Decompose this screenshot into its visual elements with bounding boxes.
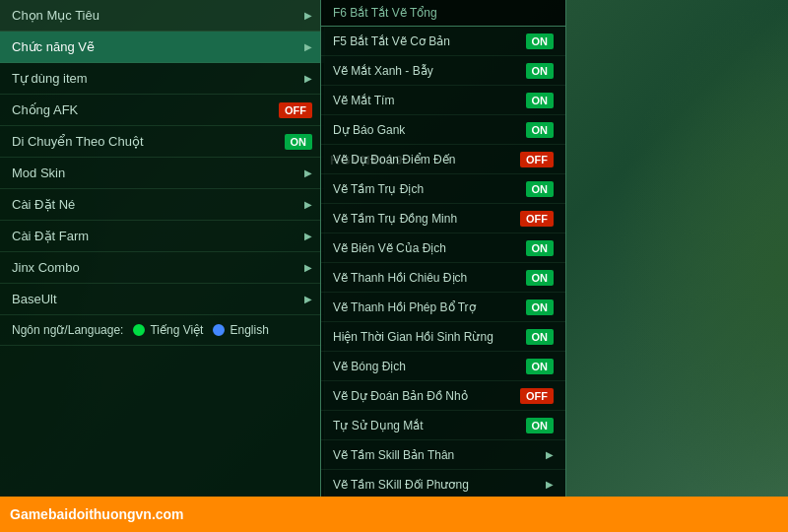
lang-viet-dot [133, 324, 145, 336]
menu-item-label: Chức năng Vẽ [12, 39, 95, 54]
right-item-label: Tự Sử Dụng Mắt [333, 419, 424, 432]
sidebar-item-mod-skin[interactable]: Mod Skin ▶ [0, 158, 324, 189]
on-badge: ON [526, 270, 555, 286]
arrow-icon: ▶ [304, 231, 312, 241]
on-badge: ON [285, 134, 313, 150]
on-badge: ON [526, 359, 555, 374]
right-item-label: Vẽ Thanh Hồi Chiêu Địch [333, 271, 467, 285]
on-badge: ON [526, 240, 555, 256]
menu-item-label: Cài Đặt Farm [12, 229, 89, 243]
on-badge: ON [526, 329, 555, 345]
right-item-label: Vẽ Bóng Địch [333, 360, 406, 373]
right-item-thanh-hoi-chieu-dich[interactable]: Vẽ Thanh Hồi Chiêu Địch ON [321, 263, 565, 293]
lang-viet-label: Tiếng Việt [150, 323, 203, 337]
right-item-tam-tru-dong-minh[interactable]: Vẽ Tầm Trụ Đồng Minh OFF [321, 204, 565, 233]
off-badge: OFF [520, 211, 554, 227]
right-item-bien-ve-cua-dich[interactable]: Vẽ Biên Vẽ Của Địch ON [321, 233, 565, 263]
right-item-tam-skill-doi-phuong[interactable]: Vẽ Tầm SKill Đối Phương ▶ [321, 470, 565, 499]
lang-viet-option[interactable]: Tiếng Việt [133, 323, 203, 337]
sidebar-item-tu-dung-item[interactable]: Tự dùng item ▶ [0, 63, 324, 95]
lang-english-dot [213, 324, 225, 336]
right-menu-top-label: F6 Bắt Tắt Vẽ Tổng [321, 0, 565, 27]
lang-english-label: English [230, 323, 268, 337]
right-item-ban-do-nho[interactable]: Vẽ Dự Đoán Bản Đồ Nhỏ OFF [321, 381, 565, 411]
right-item-du-bao-gank[interactable]: Dự Báo Gank ON [321, 115, 565, 145]
off-badge: OFF [520, 152, 554, 167]
off-badge: OFF [279, 102, 312, 118]
bottom-banner: Gamebaidoithuongvn.com [0, 497, 788, 532]
on-badge: ON [526, 122, 555, 138]
plant-decoration-right [611, 0, 788, 532]
banner-text: Gamebaidoithuongvn.com [10, 506, 184, 522]
menu-item-label: Chống AFK [12, 102, 78, 117]
arrow-icon: ▶ [304, 199, 312, 210]
top-label-text: F6 Bắt Tắt Vẽ Tổng [333, 6, 437, 20]
right-submenu: F6 Bắt Tắt Vẽ Tổng F5 Bắt Tắt Vẽ Cơ Bản … [320, 0, 566, 532]
right-item-hoi-sinh-rung[interactable]: Hiện Thời Gian Hồi Sinh Rừng ON [321, 322, 565, 352]
menu-item-label: Cài Đặt Né [12, 197, 75, 212]
sidebar-item-chong-afk[interactable]: Chống AFK OFF [0, 95, 324, 126]
sidebar-item-jinx-combo[interactable]: Jinx Combo ▶ [0, 252, 324, 284]
right-item-tu-su-dung-mat[interactable]: Tự Sử Dụng Mắt ON [321, 411, 565, 440]
right-item-label: Dự Báo Gank [333, 123, 405, 137]
on-badge: ON [526, 418, 555, 433]
right-item-tam-skill-ban-than[interactable]: Vẽ Tầm Skill Bản Thân ▶ [321, 440, 565, 470]
arrow-icon: ▶ [304, 73, 312, 84]
right-item-label: Vẽ Thanh Hồi Phép Bổ Trợ [333, 300, 476, 314]
sidebar-item-cai-dat-ne[interactable]: Cài Đặt Né ▶ [0, 189, 324, 221]
right-item-ve-mat-xanh[interactable]: Vẽ Mắt Xanh - Bẫy ON [321, 56, 565, 86]
right-item-label: Hiện Thời Gian Hồi Sinh Rừng [333, 330, 493, 344]
left-menu: Chọn Mục Tiêu ▶ Chức năng Vẽ ▶ Tự dùng i… [0, 0, 325, 532]
right-item-tam-tru-dich[interactable]: Vẽ Tầm Trụ Địch ON [321, 174, 565, 204]
right-item-label: Vẽ Tầm Trụ Địch [333, 182, 424, 196]
lang-english-option[interactable]: English [213, 323, 268, 337]
right-item-ve-mat-tim[interactable]: Vẽ Mắt Tím ON [321, 86, 565, 115]
right-item-label: Vẽ Tầm SKill Đối Phương [333, 478, 469, 492]
arrow-icon: ▶ [546, 479, 554, 490]
on-badge: ON [526, 63, 555, 79]
language-selector: Ngôn ngữ/Language: Tiếng Việt English [0, 315, 324, 346]
right-item-label: Vẽ Mắt Tím [333, 94, 394, 107]
menu-item-label: Jinx Combo [12, 260, 80, 275]
right-item-label: Vẽ Dự Đoán Bản Đồ Nhỏ [333, 389, 468, 403]
menu-item-label: Di Chuyển Theo Chuột [12, 134, 144, 149]
sidebar-item-chon-muc-tieu[interactable]: Chọn Mục Tiêu ▶ [0, 0, 324, 32]
off-badge: OFF [520, 388, 554, 404]
on-badge: ON [526, 33, 555, 49]
sidebar-item-di-chuyen[interactable]: Di Chuyển Theo Chuột ON [0, 126, 324, 158]
arrow-icon: ▶ [304, 10, 312, 21]
arrow-icon: ▶ [546, 449, 554, 460]
right-item-label: F5 Bắt Tắt Vẽ Cơ Bản [333, 34, 450, 48]
right-item-ve-co-ban[interactable]: F5 Bắt Tắt Vẽ Cơ Bản ON [321, 27, 565, 56]
arrow-icon: ▶ [304, 167, 312, 178]
right-item-thanh-hoi-phep[interactable]: Vẽ Thanh Hồi Phép Bổ Trợ ON [321, 293, 565, 322]
menu-item-label: BaseUlt [12, 292, 57, 306]
on-badge: ON [526, 181, 555, 197]
sidebar-item-cai-dat-farm[interactable]: Cài Đặt Farm ▶ [0, 221, 324, 252]
right-item-label: Vẽ Tầm Trụ Đồng Minh [333, 212, 457, 226]
on-badge: ON [526, 299, 555, 315]
menu-item-label: Tự dùng item [12, 71, 88, 86]
arrow-icon: ▶ [304, 41, 312, 52]
sidebar-item-chuc-nang-ve[interactable]: Chức năng Vẽ ▶ [0, 32, 324, 63]
on-badge: ON [526, 93, 555, 108]
menu-item-label: Mod Skin [12, 166, 65, 180]
right-item-label: Vẽ Biên Vẽ Của Địch [333, 241, 446, 255]
sidebar-item-base-ult[interactable]: BaseUlt ▶ [0, 284, 324, 315]
right-item-label: Vẽ Mắt Xanh - Bẫy [333, 64, 433, 78]
right-item-bong-dich[interactable]: Vẽ Bóng Địch ON [321, 352, 565, 381]
watermark: HGVN2019 [330, 153, 403, 167]
arrow-icon: ▶ [304, 262, 312, 273]
menu-item-label: Chọn Mục Tiêu [12, 8, 99, 23]
right-item-label: Vẽ Tầm Skill Bản Thân [333, 448, 454, 462]
arrow-icon: ▶ [304, 294, 312, 304]
language-label: Ngôn ngữ/Language: [12, 323, 123, 337]
